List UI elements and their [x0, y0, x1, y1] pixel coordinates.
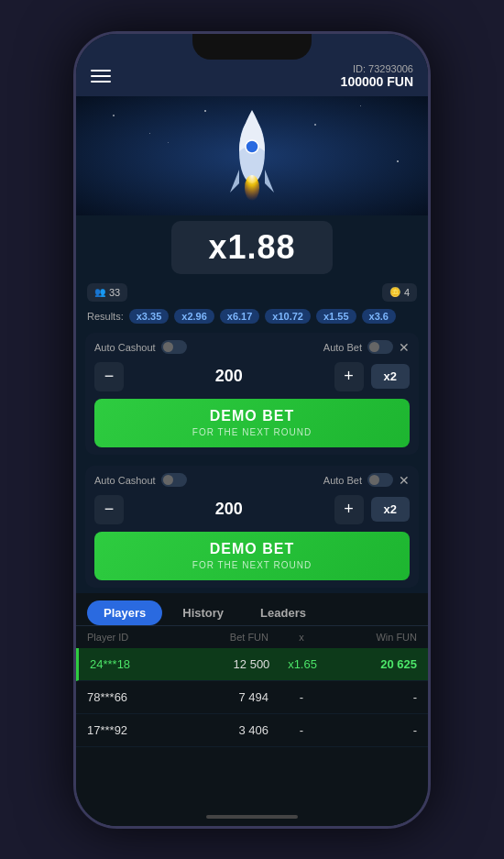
home-bar [206, 815, 298, 819]
cell-bet-1: 7 494 [186, 690, 268, 704]
volume-down-button [73, 226, 75, 281]
demo-bet-sub-1: FOR THE NEXT ROUND [192, 427, 312, 437]
auto-bet-label-2: Auto Bet [323, 475, 362, 486]
result-chip-3[interactable]: x10.72 [265, 309, 311, 324]
table-row: 24***18 12 500 x1.65 20 625 [76, 648, 428, 681]
stat-left-value: 33 [109, 287, 120, 298]
bet-panel-2-top: Auto Cashout Auto Bet ✕ [94, 473, 410, 488]
auto-cashout-group-1: Auto Cashout [94, 340, 187, 354]
tab-leaders[interactable]: Leaders [244, 600, 323, 625]
phone-frame: ID: 73293006 100000 FUN [73, 31, 431, 829]
minus-button-1[interactable]: − [94, 362, 124, 391]
auto-bet-label-1: Auto Bet [323, 342, 362, 353]
stat-right-badge: 🪙 4 [382, 283, 417, 302]
col-header-x: x [268, 632, 334, 643]
multiplier-box: x1.88 [171, 221, 332, 274]
cell-win-2: - [334, 723, 417, 737]
auto-cashout-toggle-2[interactable] [161, 473, 187, 487]
auto-bet-toggle-2[interactable] [367, 473, 393, 487]
table-row: 17***92 3 406 - - [76, 714, 428, 747]
plus-button-2[interactable]: + [334, 495, 364, 524]
result-chip-5[interactable]: x3.6 [362, 309, 396, 324]
tab-players[interactable]: Players [87, 600, 162, 625]
players-section: Players History Leaders Player ID Bet FU… [76, 593, 428, 826]
cell-win-1: - [334, 690, 417, 704]
cell-bet-2: 3 406 [186, 723, 268, 737]
result-chip-1[interactable]: x2.96 [174, 309, 214, 324]
x2-button-2[interactable]: x2 [371, 497, 410, 522]
cell-player-0: 24***18 [90, 657, 188, 671]
tab-history[interactable]: History [166, 600, 240, 625]
bet-panel-1-top: Auto Cashout Auto Bet ✕ [94, 340, 410, 355]
bet-controls-1: − 200 + x2 [94, 362, 410, 391]
auto-bet-group-2: Auto Bet ✕ [323, 473, 410, 488]
cell-player-1: 78***66 [87, 690, 186, 704]
rocket [225, 105, 279, 210]
multiplier-bar: x1.88 [76, 215, 428, 280]
col-header-player: Player ID [87, 632, 186, 643]
demo-bet-label-2: DEMO BET [104, 541, 400, 557]
volume-up-button [73, 181, 75, 217]
svg-point-2 [245, 175, 259, 201]
table-header: Player ID Bet FUN x Win FUN [76, 626, 428, 648]
tabs-row: Players History Leaders [76, 593, 428, 626]
auto-bet-group-1: Auto Bet ✕ [323, 340, 410, 355]
results-row: Results: x3.35 x2.96 x6.17 x10.72 x1.55 … [76, 305, 428, 327]
phone-content: ID: 73293006 100000 FUN [76, 34, 428, 826]
close-panel-1-button[interactable]: ✕ [399, 340, 410, 355]
coins-icon: 🪙 [389, 287, 400, 297]
result-chip-0[interactable]: x3.35 [129, 309, 170, 324]
col-header-win: Win FUN [334, 632, 417, 643]
cell-x-2: - [268, 723, 334, 737]
stat-right-value: 4 [404, 287, 410, 298]
plus-button-1[interactable]: + [334, 362, 364, 391]
table-row: 78***66 7 494 - - [76, 681, 428, 714]
demo-bet-sub-2: FOR THE NEXT ROUND [192, 560, 312, 570]
result-chip-4[interactable]: x1.55 [316, 309, 356, 324]
auto-cashout-group-2: Auto Cashout [94, 473, 187, 487]
cell-bet-0: 12 500 [188, 657, 269, 671]
balance: 100000 FUN [341, 74, 413, 89]
cell-player-2: 17***92 [87, 723, 186, 737]
header-info: ID: 73293006 100000 FUN [341, 63, 413, 89]
demo-bet-button-1[interactable]: DEMO BET FOR THE NEXT ROUND [94, 399, 410, 447]
col-header-bet: Bet FUN [186, 632, 268, 643]
user-id: ID: 73293006 [341, 63, 413, 74]
result-chip-2[interactable]: x6.17 [220, 309, 260, 324]
cell-x-0: x1.65 [269, 657, 334, 671]
cell-win-0: 20 625 [335, 657, 417, 671]
close-panel-2-button[interactable]: ✕ [399, 473, 410, 488]
auto-bet-toggle-1[interactable] [367, 340, 393, 354]
power-button [429, 208, 431, 281]
stats-row: 👥 33 🪙 4 [76, 280, 428, 305]
x2-button-1[interactable]: x2 [371, 364, 410, 389]
minus-button-2[interactable]: − [94, 495, 124, 524]
bet-panel-1: Auto Cashout Auto Bet ✕ − 200 + x2 DEMO … [85, 333, 419, 455]
auto-cashout-label-2: Auto Cashout [94, 475, 156, 486]
cell-x-1: - [268, 690, 334, 704]
phone-notch [192, 34, 312, 60]
bet-amount-2[interactable]: 200 [131, 500, 327, 519]
multiplier-value: x1.88 [208, 228, 295, 266]
game-area [76, 96, 428, 215]
auto-cashout-label-1: Auto Cashout [94, 342, 156, 353]
menu-button[interactable] [91, 70, 111, 83]
players-count-icon: 👥 [94, 287, 105, 297]
demo-bet-button-2[interactable]: DEMO BET FOR THE NEXT ROUND [94, 532, 410, 580]
bet-panel-2: Auto Cashout Auto Bet ✕ − 200 + x2 DEMO … [85, 466, 419, 588]
bet-controls-2: − 200 + x2 [94, 495, 410, 524]
results-label: Results: [87, 311, 124, 322]
home-indicator [76, 808, 428, 826]
table-body: 24***18 12 500 x1.65 20 625 78***66 7 49… [76, 648, 428, 808]
svg-point-1 [246, 140, 258, 153]
auto-cashout-toggle-1[interactable] [161, 340, 187, 354]
stat-left-badge: 👥 33 [87, 283, 127, 302]
bet-amount-1[interactable]: 200 [131, 367, 327, 386]
demo-bet-label-1: DEMO BET [104, 408, 400, 424]
